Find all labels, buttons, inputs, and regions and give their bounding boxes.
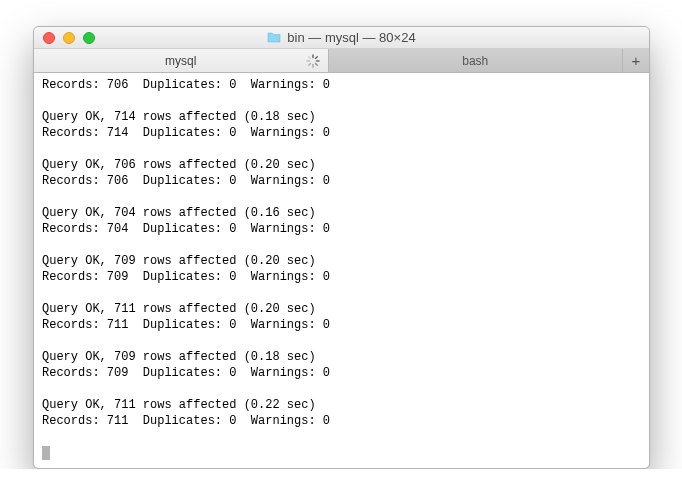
spinner-icon: [306, 54, 320, 68]
tab-label: mysql: [165, 54, 196, 68]
zoom-button[interactable]: [83, 32, 95, 44]
window-title: bin — mysql — 80×24: [34, 30, 649, 45]
tab-bash[interactable]: bash: [329, 49, 624, 72]
cursor: [42, 446, 50, 460]
svg-line-7: [308, 56, 310, 58]
minimize-button[interactable]: [63, 32, 75, 44]
terminal-window: bin — mysql — 80×24 mysql: [33, 26, 650, 469]
folder-icon: [267, 32, 281, 43]
close-button[interactable]: [43, 32, 55, 44]
svg-line-5: [308, 63, 310, 65]
terminal-output[interactable]: Records: 706 Duplicates: 0 Warnings: 0 Q…: [34, 73, 649, 468]
svg-line-1: [315, 56, 317, 58]
svg-line-3: [315, 63, 317, 65]
window-title-text: bin — mysql — 80×24: [287, 30, 415, 45]
plus-icon: +: [632, 52, 641, 69]
tab-label: bash: [462, 54, 488, 68]
tab-mysql[interactable]: mysql: [34, 49, 329, 72]
add-tab-button[interactable]: +: [623, 49, 649, 72]
titlebar: bin — mysql — 80×24: [34, 27, 649, 49]
traffic-lights: [34, 32, 95, 44]
tab-bar: mysql bash: [34, 49, 649, 73]
